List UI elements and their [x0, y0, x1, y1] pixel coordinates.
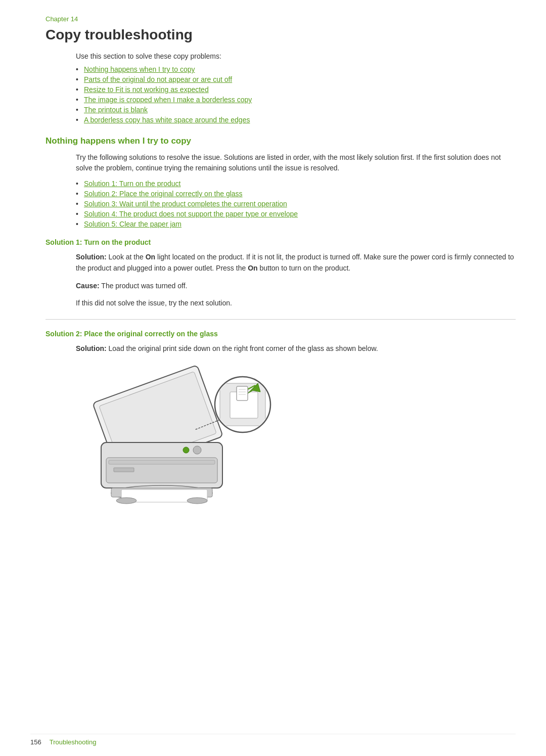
svg-point-22	[116, 498, 136, 504]
list-item[interactable]: Parts of the original do not appear or a…	[76, 75, 516, 83]
list-item[interactable]: Solution 1: Turn on the product	[76, 180, 516, 188]
page-title: Copy troubleshooting	[46, 27, 516, 43]
toc-list: Nothing happens when I try to copy Parts…	[76, 65, 516, 124]
list-item[interactable]: Solution 5: Clear the paper jam	[76, 220, 516, 228]
footer-page-number: 156	[30, 738, 41, 746]
solution1-section: Solution 1: Turn on the product Solution…	[46, 238, 516, 309]
list-item[interactable]: The printout is blank	[76, 106, 516, 114]
section1-heading: Nothing happens when I try to copy	[46, 136, 516, 146]
footer-chapter-text: Troubleshooting	[50, 738, 97, 746]
svg-rect-9	[109, 460, 215, 464]
solution2-label: Solution:	[76, 344, 107, 352]
svg-rect-10	[114, 468, 134, 472]
solution1-on2: On	[248, 264, 257, 272]
section-divider	[46, 319, 516, 320]
chapter-label: Chapter 14	[46, 15, 516, 23]
section1-intro: Try the following solutions to resolve t…	[76, 152, 516, 173]
solution1-label: Solution:	[76, 253, 107, 261]
solution2-text: Load the original print side down on the…	[107, 344, 378, 352]
solution1-next: If this did not solve the issue, try the…	[76, 297, 516, 308]
list-item[interactable]: Solution 3: Wait until the product compl…	[76, 200, 516, 208]
list-item[interactable]: Solution 4: The product does not support…	[76, 210, 516, 218]
solution2-body: Solution: Load the original print side d…	[76, 343, 516, 354]
svg-rect-18	[237, 386, 248, 401]
solution1-on1: On	[146, 253, 155, 261]
printer-svg	[76, 364, 288, 526]
svg-point-8	[183, 447, 189, 453]
printer-illustration	[76, 364, 288, 526]
list-item[interactable]: A borderless copy has white space around…	[76, 116, 516, 124]
solution1-heading: Solution 1: Turn on the product	[46, 238, 516, 246]
solution2-heading: Solution 2: Place the original correctly…	[46, 330, 516, 338]
list-item[interactable]: Solution 2: Place the original correctly…	[76, 190, 516, 198]
solution1-body: Solution: Look at the On light located o…	[76, 251, 516, 274]
intro-text: Use this section to solve these copy pro…	[76, 52, 516, 60]
solution-links-list: Solution 1: Turn on the product Solution…	[76, 180, 516, 228]
list-item[interactable]: Nothing happens when I try to copy	[76, 65, 516, 73]
solution2-section: Solution 2: Place the original correctly…	[46, 330, 516, 526]
list-item[interactable]: Resize to Fit is not working as expected	[76, 85, 516, 94]
solution1-cause: Cause: The product was turned off.	[76, 280, 516, 291]
list-item[interactable]: The image is cropped when I make a borde…	[76, 96, 516, 104]
svg-point-23	[187, 498, 207, 504]
solution1-text3: button to turn on the product.	[258, 264, 351, 272]
svg-point-7	[193, 446, 201, 454]
solution1-text1: Look at the	[107, 253, 146, 261]
